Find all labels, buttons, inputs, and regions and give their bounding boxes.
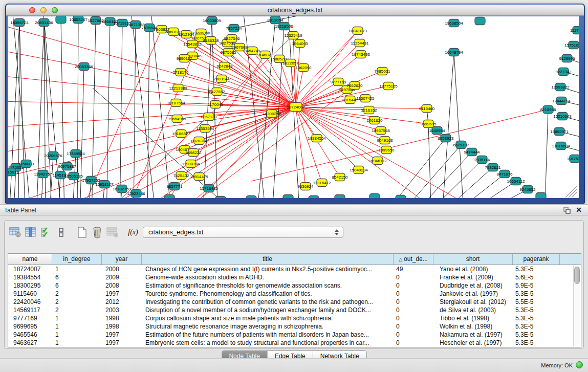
vertical-scrollbar[interactable] — [573, 266, 580, 346]
citation-edge[interactable] — [184, 58, 296, 107]
graph-node[interactable] — [475, 17, 485, 25]
graph-node[interactable]: 9242848 — [216, 62, 233, 70]
graph-node[interactable]: 9129996 — [559, 55, 575, 62]
table-row[interactable]: 1830029562008Estimation of significance … — [8, 281, 581, 290]
graph-node[interactable]: 18107554 — [167, 99, 185, 107]
graph-node[interactable]: 12093872 — [551, 83, 570, 91]
graph-node[interactable]: 16033809 — [203, 17, 221, 25]
graph-node[interactable]: 12213389 — [169, 84, 187, 92]
column-header-title[interactable]: title — [142, 254, 394, 265]
citation-edge[interactable] — [18, 23, 19, 198]
graph-node[interactable]: 15718485 — [200, 185, 218, 192]
graph-node[interactable]: 9474444 — [464, 148, 480, 156]
graph-node[interactable] — [309, 196, 319, 199]
graph-node[interactable]: 20206576 — [44, 152, 62, 160]
citation-edge[interactable] — [454, 52, 464, 198]
graph-node[interactable]: 19654985 — [168, 115, 186, 123]
citation-edge[interactable] — [296, 107, 378, 161]
citation-edge[interactable] — [241, 16, 267, 198]
graph-node[interactable]: 1170045 — [208, 101, 224, 108]
citation-edge[interactable] — [203, 20, 212, 198]
resize-grip-icon[interactable] — [565, 186, 577, 198]
close-panel-icon[interactable]: ✕ — [576, 206, 582, 214]
table-row[interactable]: 977716911998Corpus callosum shape and si… — [8, 314, 581, 322]
graph-node[interactable]: 13942757 — [34, 170, 52, 178]
table-selector-dropdown[interactable]: citations_edges.txt — [143, 227, 343, 238]
graph-node[interactable]: 1964093 — [292, 40, 308, 48]
citation-edge[interactable] — [134, 25, 136, 198]
graph-node[interactable] — [246, 196, 256, 199]
graph-node[interactable]: 11254431 — [351, 39, 369, 47]
graph-node[interactable]: 8542150 — [332, 173, 348, 181]
delete-column-icon[interactable] — [91, 226, 104, 238]
table-row[interactable]: 1938455462009Genome-wide association stu… — [8, 273, 581, 281]
citation-edge[interactable] — [456, 181, 516, 198]
table-row[interactable]: 2242004622012Investigating the contribut… — [8, 298, 581, 306]
graph-node[interactable]: 9498222 — [185, 149, 202, 157]
graph-node[interactable]: 12505135 — [64, 172, 83, 180]
graph-node[interactable]: 15892971 — [550, 128, 569, 136]
graph-node[interactable]: 10654112 — [507, 178, 526, 185]
citation-edge[interactable] — [234, 16, 354, 28]
table-row[interactable]: 946362711997Embryonic stem cells: a mode… — [8, 339, 581, 347]
graph-node[interactable]: 3915911 — [8, 168, 19, 176]
column-header-pagerank[interactable]: pagerank — [513, 254, 560, 265]
graph-node[interactable]: 7857224 — [226, 25, 242, 32]
graph-node[interactable]: 16210643 — [553, 113, 572, 120]
row-height-icon[interactable] — [55, 226, 68, 238]
graph-node[interactable] — [536, 193, 546, 199]
graph-node[interactable]: 8215958 — [540, 106, 556, 114]
graph-node[interactable]: 19384554 — [308, 135, 326, 142]
graph-node[interactable]: 11353594 — [197, 125, 215, 133]
graph-node[interactable]: 14055724 — [10, 19, 29, 27]
graph-node[interactable]: 16543812 — [183, 40, 202, 48]
table-row[interactable]: 911546021997Tourette syndrome. Phenomeno… — [8, 290, 581, 298]
graph-node[interactable]: 2803144 — [213, 75, 230, 83]
citation-edge[interactable] — [8, 101, 296, 107]
graph-node[interactable]: 7425402 — [173, 172, 189, 180]
graph-node[interactable]: 2935114 — [474, 156, 490, 164]
graph-node[interactable]: 11607425 — [357, 95, 375, 102]
graph-node[interactable]: 20053346 — [75, 63, 93, 71]
graph-node[interactable]: 8471676 — [496, 170, 513, 178]
table-settings-icon[interactable] — [9, 226, 22, 238]
graph-node[interactable]: 1099650 — [378, 146, 395, 154]
graph-node[interactable]: 1527602 — [88, 17, 104, 25]
citation-edge[interactable] — [120, 23, 122, 198]
graph-node[interactable]: 7485031 — [374, 68, 390, 75]
citation-edge[interactable] — [469, 189, 528, 198]
graph-node[interactable]: 3216162 — [361, 106, 377, 114]
graph-node[interactable]: 15751074 — [564, 41, 579, 49]
citation-edge[interactable] — [428, 124, 431, 198]
graph-node[interactable]: 19218506 — [275, 23, 293, 30]
citation-graph[interactable]: 1872400714055724206914061065324715276026… — [8, 16, 579, 198]
table-row[interactable]: 1456911722003Disruption of a novel membe… — [8, 306, 581, 314]
table-row[interactable]: 1872400712008Changes of HCN gene express… — [8, 265, 581, 273]
graph-node[interactable]: 15049234 — [350, 166, 368, 174]
citation-edge[interactable] — [442, 52, 454, 198]
citation-edge[interactable] — [296, 107, 359, 170]
citation-edge[interactable] — [8, 73, 296, 107]
column-header-name[interactable]: name — [8, 254, 52, 265]
citation-edge[interactable] — [92, 20, 96, 198]
select-columns-icon[interactable] — [39, 226, 53, 238]
graph-node[interactable]: 17016504 — [552, 142, 570, 150]
scrollbar-thumb[interactable] — [574, 267, 580, 284]
graph-node[interactable] — [164, 195, 175, 199]
graph-node[interactable] — [396, 195, 406, 199]
graph-node[interactable]: 19743493 — [352, 51, 370, 58]
graph-node[interactable]: 12444194 — [552, 97, 571, 105]
graph-node[interactable]: 8958923 — [438, 135, 454, 142]
graph-node[interactable] — [335, 195, 345, 199]
graph-node[interactable] — [56, 16, 66, 24]
graph-node[interactable]: 6679197 — [453, 141, 469, 149]
citation-edge[interactable] — [8, 107, 296, 157]
citation-edge[interactable] — [19, 23, 25, 198]
graph-node[interactable]: 18957568 — [372, 127, 390, 135]
network-canvas[interactable]: 1872400714055724206914061065324715276026… — [8, 16, 579, 198]
graph-node[interactable]: 9115460 — [419, 105, 435, 113]
graph-node[interactable]: 1167531 — [567, 155, 579, 163]
column-header-in_degree[interactable]: in_degree — [52, 254, 102, 265]
citation-edge[interactable] — [433, 167, 493, 198]
graph-node[interactable]: 8186328 — [203, 37, 219, 45]
